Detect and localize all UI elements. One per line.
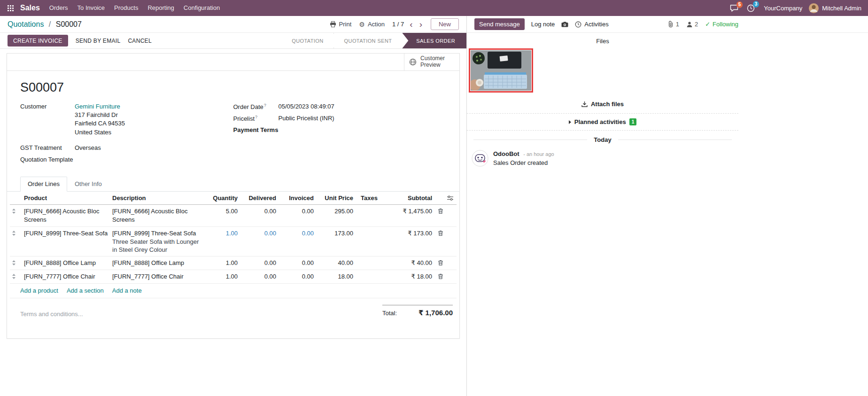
header-delivered[interactable]: Delivered — [240, 194, 278, 202]
activities-badge: 3 — [753, 1, 760, 8]
tab-other-info[interactable]: Other Info — [67, 177, 109, 192]
pager: 1 / 7 ‹ › — [392, 20, 423, 29]
terms-placeholder[interactable]: Terms and conditions... — [20, 298, 382, 318]
add-note-link[interactable]: Add a note — [112, 287, 142, 294]
breadcrumb-quotations[interactable]: Quotations — [8, 20, 44, 28]
camera-icon[interactable] — [561, 22, 568, 27]
odoobot-avatar — [472, 150, 488, 167]
globe-icon — [409, 58, 417, 66]
delete-row-icon[interactable] — [434, 259, 447, 266]
send-message-button[interactable]: Send message — [474, 18, 525, 30]
header-product[interactable]: Product — [22, 194, 110, 202]
breadcrumb: Quotations / S00007 — [8, 20, 82, 29]
add-product-link[interactable]: Add a product — [20, 287, 58, 294]
apps-grid-icon[interactable] — [5, 5, 16, 11]
delete-row-icon[interactable] — [434, 229, 447, 236]
table-row[interactable]: [FURN_8999] Three-Seat Sofa [FURN_8999] … — [10, 227, 457, 256]
company-switcher[interactable]: YourCompany — [764, 5, 802, 12]
attachment-thumbnail[interactable] — [469, 48, 533, 93]
header-taxes[interactable]: Taxes — [355, 194, 384, 202]
cancel-button[interactable]: CANCEL — [128, 38, 151, 44]
print-button[interactable]: Print — [330, 21, 352, 28]
pager-previous-button[interactable]: ‹ — [409, 20, 413, 29]
send-by-email-button[interactable]: SEND BY EMAIL — [76, 38, 121, 44]
planned-activities-toggle[interactable]: Planned activities 1 — [467, 113, 738, 131]
attach-files-icon — [581, 101, 588, 107]
status-quotation[interactable]: QUOTATION — [281, 33, 333, 48]
attachments-toggle[interactable]: 1 — [667, 21, 679, 28]
add-section-link[interactable]: Add a section — [67, 287, 104, 294]
activities-menu-button[interactable]: 3 — [747, 4, 755, 12]
header-subtotal[interactable]: Subtotal — [384, 194, 434, 202]
sheet-footer: Terms and conditions... Total: ₹ 1,706.0… — [7, 298, 459, 318]
header-unit-price[interactable]: Unit Price — [316, 194, 355, 202]
menu-reporting[interactable]: Reporting — [143, 0, 178, 16]
files-section-title: Files — [467, 38, 738, 45]
chatter-topbar: Send message Log note Activities — [467, 16, 868, 33]
table-footer-links: Add a product Add a section Add a note — [10, 284, 457, 298]
statusbar: QUOTATION QUOTATION SENT SALES ORDER — [281, 33, 466, 48]
optional-columns-icon[interactable] — [447, 194, 457, 201]
app-name[interactable]: Sales — [20, 4, 40, 12]
customer-preview-button[interactable]: Customer Preview — [404, 54, 459, 70]
drag-handle-icon[interactable] — [10, 272, 22, 279]
followers-button[interactable]: 2 — [686, 21, 698, 28]
create-invoice-button[interactable]: CREATE INVOICE — [8, 35, 68, 47]
status-sales-order[interactable]: SALES ORDER — [402, 33, 466, 48]
menu-to-invoice[interactable]: To Invoice — [73, 0, 110, 16]
activities-button[interactable]: Activities — [575, 21, 608, 28]
notebook-tabs: Order Lines Other Info — [7, 177, 459, 192]
new-button[interactable]: New — [431, 18, 459, 30]
following-button[interactable]: ✓ Following — [705, 21, 738, 28]
help-marker: ? — [264, 103, 266, 108]
printer-icon — [330, 21, 336, 27]
help-marker: ? — [255, 115, 257, 119]
status-action-bar: CREATE INVOICE SEND BY EMAIL CANCEL QUOT… — [0, 33, 466, 49]
status-quotation-sent[interactable]: QUOTATION SENT — [334, 33, 403, 48]
drag-handle-icon[interactable] — [10, 207, 22, 214]
gst-treatment-value[interactable]: Overseas — [75, 144, 101, 152]
planned-activities-badge: 1 — [629, 118, 637, 125]
total-value: ₹ 1,706.00 — [418, 309, 453, 317]
customer-link[interactable]: Gemini Furniture — [75, 103, 120, 110]
attach-files-button[interactable]: Attach files — [467, 97, 738, 113]
pricelist-value[interactable]: Public Pricelist (INR) — [279, 114, 334, 123]
message-timestamp: - an hour ago — [523, 151, 554, 157]
header-description[interactable]: Description — [110, 194, 205, 202]
stat-button-box: Customer Preview — [7, 54, 459, 71]
row-description-note: Three Seater Sofa with Lounger in Steel … — [112, 238, 203, 254]
user-menu[interactable]: Mitchell Admin — [809, 3, 861, 13]
header-quantity[interactable]: Quantity — [205, 194, 240, 202]
message-author[interactable]: OdooBot — [493, 150, 519, 157]
clock-icon — [575, 21, 581, 28]
table-row[interactable]: [FURN_7777] Office Chair [FURN_7777] Off… — [10, 270, 457, 284]
log-note-button[interactable]: Log note — [531, 21, 555, 28]
breadcrumb-current: S00007 — [56, 20, 82, 28]
menu-orders[interactable]: Orders — [45, 0, 73, 16]
payment-terms-label: Payment Terms — [233, 126, 279, 133]
table-row[interactable]: [FURN_8888] Office Lamp [FURN_8888] Offi… — [10, 256, 457, 270]
header-invoiced[interactable]: Invoiced — [278, 194, 316, 202]
delete-row-icon[interactable] — [434, 272, 447, 280]
table-row[interactable]: [FURN_6666] Acoustic Bloc Screens [FURN_… — [10, 205, 457, 227]
drag-handle-icon[interactable] — [10, 259, 22, 265]
pager-next-button[interactable]: › — [418, 20, 423, 29]
form-scroll-area: Customer Preview S00007 Customer Gemini … — [0, 49, 466, 396]
order-date-value[interactable]: 05/05/2023 08:49:07 — [279, 102, 334, 111]
paperclip-icon — [667, 21, 674, 28]
menu-products[interactable]: Products — [109, 0, 143, 16]
quotation-template-label: Quotation Template — [20, 155, 75, 163]
person-icon — [686, 21, 693, 28]
drag-handle-icon[interactable] — [10, 229, 22, 236]
total-label: Total: — [382, 310, 397, 317]
delete-row-icon[interactable] — [434, 207, 447, 214]
message-text: Sales Order created — [493, 159, 554, 166]
messages-button[interactable]: 5 — [730, 5, 738, 12]
messages-badge: 5 — [736, 1, 743, 8]
menu-configuration[interactable]: Configuration — [179, 0, 225, 16]
customer-preview-label: Customer Preview — [420, 55, 450, 69]
gst-treatment-label: GST Treatment — [20, 144, 75, 152]
tab-order-lines[interactable]: Order Lines — [20, 177, 67, 192]
customer-address: 317 Fairchild Dr Fairfield CA 94535 Unit… — [75, 111, 125, 137]
action-button[interactable]: ⚙ Action — [359, 21, 385, 28]
